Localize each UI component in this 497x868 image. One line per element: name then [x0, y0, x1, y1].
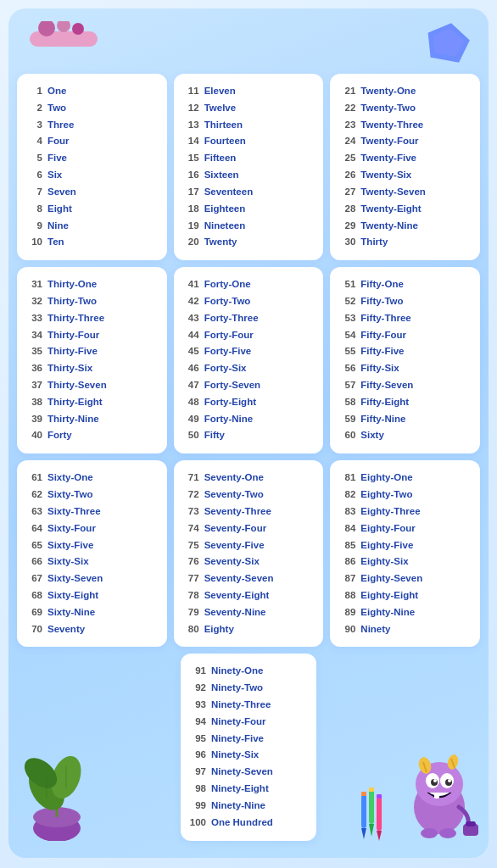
number-row: 82Eighty-Two: [337, 487, 473, 503]
number-word: Fifteen: [204, 151, 237, 166]
number-word: Forty-Two: [204, 294, 251, 309]
number-word: Eighty-Four: [360, 521, 416, 537]
number-word: Eighty-Seven: [360, 571, 422, 587]
number-value: 83: [337, 504, 355, 520]
number-word: Thirty-Seven: [47, 378, 107, 393]
number-value: 79: [181, 605, 199, 620]
number-word: Seventy-Nine: [204, 605, 266, 620]
number-word: Ninety-Four: [211, 715, 266, 730]
number-word: Thirty-Six: [47, 361, 92, 376]
number-value: 44: [181, 328, 199, 343]
plant-decoration: [17, 748, 98, 841]
number-value: 46: [181, 361, 199, 376]
number-row: 29Twenty-Nine: [337, 219, 473, 234]
number-row: 81Eighty-One: [337, 470, 473, 486]
number-row: 76Seventy-Six: [181, 554, 317, 570]
number-row: 55Fifty-Five: [337, 344, 473, 359]
number-row: 94Ninety-Four: [187, 715, 310, 730]
number-value: 48: [181, 395, 199, 410]
number-row: 50Fifty: [181, 428, 317, 443]
number-row: 83Eighty-Three: [337, 504, 473, 520]
number-row: 8Eight: [24, 202, 160, 217]
number-row: 42Forty-Two: [181, 294, 317, 309]
number-row: 46Forty-Six: [181, 361, 317, 376]
number-value: 73: [181, 504, 199, 520]
number-value: 40: [24, 428, 42, 443]
number-word: Eighty: [204, 622, 234, 637]
number-row: 88Eighty-Eight: [337, 588, 473, 604]
number-row: 15Fifteen: [181, 151, 317, 166]
number-row: 9Nine: [24, 219, 160, 234]
group-21-30: 21Twenty-One22Twenty-Two23Twenty-Three24…: [330, 74, 480, 260]
number-row: 19Nineteen: [181, 219, 317, 234]
number-value: 41: [181, 277, 199, 292]
number-row: 20Twenty: [181, 235, 317, 250]
number-word: Twenty-Nine: [360, 219, 418, 234]
number-row: 52Fifty-Two: [337, 294, 473, 309]
number-word: Eight: [47, 202, 72, 217]
number-value: 91: [187, 664, 206, 679]
number-word: Twenty-Three: [360, 118, 423, 133]
number-word: Ninety-Two: [211, 681, 263, 696]
number-value: 62: [24, 487, 42, 503]
number-row: 71Seventy-One: [181, 470, 317, 486]
number-value: 32: [24, 294, 42, 309]
number-word: Fifty-Four: [360, 328, 406, 343]
number-word: Twenty-Two: [360, 101, 416, 116]
number-word: Eighty-Nine: [360, 605, 415, 620]
svg-rect-19: [369, 787, 374, 792]
number-word: Eighty-Three: [360, 504, 420, 520]
number-row: 5Five: [24, 151, 160, 166]
number-row: 33Thirty-Three: [24, 311, 160, 326]
number-value: 31: [24, 277, 42, 292]
number-value: 50: [181, 428, 199, 443]
number-row: 45Forty-Five: [181, 344, 317, 359]
number-word: Thirty-Three: [47, 311, 104, 326]
number-row: 28Twenty-Eight: [337, 202, 473, 217]
number-row: 57Fifty-Seven: [337, 378, 473, 393]
number-word: Forty-Six: [204, 361, 247, 376]
number-row: 72Seventy-Two: [181, 487, 317, 503]
number-row: 47Forty-Seven: [181, 378, 317, 393]
number-value: 57: [337, 378, 355, 393]
number-value: 86: [337, 554, 355, 570]
number-word: Fifty-Seven: [360, 378, 413, 393]
number-value: 11: [181, 84, 199, 99]
number-value: 100: [187, 815, 206, 831]
number-value: 27: [337, 185, 355, 200]
number-value: 82: [337, 487, 355, 503]
number-row: 14Fourteen: [181, 134, 317, 149]
number-row: 87Eighty-Seven: [337, 571, 473, 587]
number-row: 7Seven: [24, 185, 160, 200]
number-word: Nine: [47, 219, 69, 234]
number-value: 7: [24, 185, 42, 200]
number-word: Eighty-One: [360, 470, 412, 486]
number-row: 31Thirty-One: [24, 277, 160, 292]
number-value: 58: [337, 395, 355, 410]
number-word: Eleven: [204, 84, 236, 99]
svg-point-38: [421, 828, 438, 838]
number-word: Eighty-Five: [360, 538, 413, 554]
number-value: 13: [181, 118, 199, 133]
number-value: 84: [337, 521, 355, 537]
number-word: Sixty-Seven: [47, 571, 103, 587]
number-row: 53Fifty-Three: [337, 311, 473, 326]
number-row: 99Ninety-Nine: [187, 798, 310, 814]
monster-decoration: [395, 743, 480, 841]
number-row: 43Forty-Three: [181, 311, 317, 326]
number-word: Seventy-Three: [204, 504, 271, 520]
number-value: 75: [181, 538, 199, 554]
number-word: Fifty-Nine: [360, 412, 405, 427]
number-row: 86Eighty-Six: [337, 554, 473, 570]
number-row: 16Sixteen: [181, 168, 317, 183]
number-value: 22: [337, 101, 355, 116]
number-row: 17Seventeen: [181, 185, 317, 200]
number-row: 39Thirty-Nine: [24, 412, 160, 427]
number-value: 1: [24, 84, 42, 99]
number-word: Eighty-Eight: [360, 588, 418, 604]
svg-point-34: [448, 779, 451, 782]
number-value: 38: [24, 395, 42, 410]
number-row: 69Sixty-Nine: [24, 605, 160, 620]
number-word: Sixty-One: [47, 470, 93, 486]
pencils-decoration: [357, 782, 391, 841]
